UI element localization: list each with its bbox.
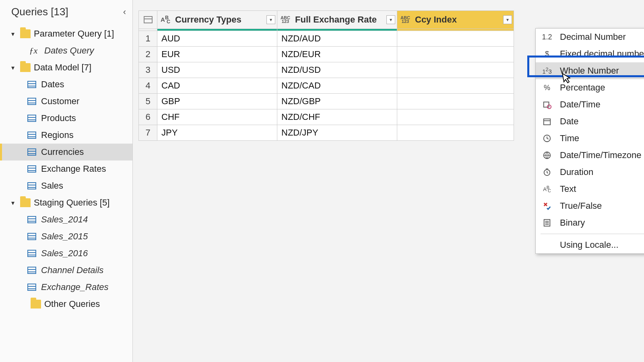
query-item-sales[interactable]: Sales — [0, 177, 132, 194]
cell[interactable]: NZD/USD — [277, 62, 397, 78]
type-icon — [541, 134, 553, 143]
type-option-binary[interactable]: Binary — [536, 214, 644, 231]
cell[interactable]: EUR — [157, 47, 277, 62]
type-option-duration[interactable]: Duration — [536, 164, 644, 181]
table-row[interactable]: 6CHFNZD/CHF — [139, 109, 514, 125]
cell[interactable]: JPY — [157, 125, 277, 141]
type-label: Duration — [560, 167, 593, 177]
query-item-exchange-rates[interactable]: Exchange Rates — [0, 160, 132, 177]
type-label: Date/Time/Timezone — [560, 150, 642, 160]
query-label: Customer — [41, 96, 79, 107]
table-row[interactable]: 1AUDNZD/AUD — [139, 31, 514, 47]
type-option-true-false[interactable]: True/False — [536, 197, 644, 214]
collapse-sidebar-button[interactable]: ‹ — [123, 7, 126, 17]
cell[interactable]: CHF — [157, 109, 277, 125]
type-option-percentage[interactable]: %Percentage — [536, 79, 644, 96]
query-item-regions[interactable]: Regions — [0, 127, 132, 144]
column-full-exchange-rate[interactable]: ABC123Full Exchange Rate▾ — [277, 11, 397, 29]
type-label: True/False — [560, 201, 602, 211]
query-label: Exchange_Rates — [41, 282, 109, 292]
query-item-dates-query[interactable]: ƒxDates Query — [0, 42, 132, 59]
query-item-currencies[interactable]: Currencies — [0, 144, 132, 160]
query-item-dates[interactable]: Dates — [0, 76, 132, 93]
folder-icon — [20, 29, 31, 38]
table-icon — [27, 115, 36, 122]
type-icon[interactable]: ABC — [160, 15, 171, 25]
table-row[interactable]: 3USDNZD/USD — [139, 62, 514, 78]
query-item-channel-details[interactable]: Channel Details — [0, 262, 132, 279]
type-option-decimal-number[interactable]: 1.2Decimal Number — [536, 29, 644, 45]
cell[interactable] — [397, 31, 514, 47]
cell[interactable]: NZD/CAD — [277, 78, 397, 94]
type-icon[interactable]: ABC123 — [280, 16, 291, 23]
fx-icon: ƒx — [27, 45, 39, 56]
type-label: Binary — [560, 218, 585, 228]
type-icon: % — [541, 84, 553, 92]
folder-label: Staging Queries [5] — [34, 197, 109, 208]
folder-other-queries[interactable]: Other Queries — [0, 296, 132, 313]
type-icon — [541, 168, 553, 177]
cell[interactable]: AUD — [157, 31, 277, 47]
cell[interactable]: NZD/AUD — [277, 31, 397, 47]
folder-label: Other Queries — [44, 299, 100, 309]
cell[interactable] — [397, 94, 514, 109]
cell[interactable] — [397, 62, 514, 78]
table-row[interactable]: 7JPYNZD/JPY — [139, 125, 514, 141]
type-label: Decimal Number — [560, 32, 626, 42]
cell[interactable]: NZD/JPY — [277, 125, 397, 141]
type-option-date[interactable]: Date — [536, 113, 644, 130]
query-item-customer[interactable]: Customer — [0, 93, 132, 110]
type-option-text[interactable]: ABCText — [536, 181, 644, 197]
type-option-whole-number[interactable]: 123Whole Number — [536, 62, 644, 79]
type-icon: 123 — [541, 67, 553, 75]
query-label: Sales_2015 — [41, 231, 88, 242]
column-currency-types[interactable]: ABCCurrency Types▾ — [157, 11, 277, 29]
table-row[interactable]: 5GBPNZD/GBP — [139, 94, 514, 109]
cell[interactable] — [397, 125, 514, 141]
cell[interactable]: NZD/EUR — [277, 47, 397, 62]
type-label: Date — [560, 116, 578, 127]
table-row[interactable]: 4CADNZD/CAD — [139, 78, 514, 94]
svg-rect-2 — [544, 119, 551, 125]
folder-staging-queries-5-[interactable]: ▾Staging Queries [5] — [0, 194, 132, 211]
filter-dropdown-button[interactable]: ▾ — [266, 15, 275, 24]
type-label: Fixed decimal number — [560, 49, 644, 59]
table-row[interactable]: 2EURNZD/EUR — [139, 47, 514, 62]
type-option-date-time[interactable]: Date/Time — [536, 96, 644, 113]
folder-parameter-query-1-[interactable]: ▾Parameter Query [1] — [0, 25, 132, 42]
row-number: 4 — [139, 78, 157, 94]
cell[interactable]: USD — [157, 62, 277, 78]
table-corner[interactable] — [139, 11, 157, 29]
using-locale-option[interactable]: Using Locale... — [536, 237, 644, 253]
filter-dropdown-button[interactable]: ▾ — [503, 15, 512, 24]
query-item-sales-2016[interactable]: Sales_2016 — [0, 245, 132, 262]
menu-separator — [541, 234, 644, 234]
query-item-sales-2015[interactable]: Sales_2015 — [0, 228, 132, 245]
table-icon — [27, 284, 36, 291]
row-number: 7 — [139, 125, 157, 141]
query-label: Sales_2014 — [41, 214, 88, 225]
main-area: ABCCurrency Types▾ABC123Full Exchange Ra… — [133, 0, 644, 362]
filter-dropdown-button[interactable]: ▾ — [386, 15, 395, 24]
type-option-fixed-decimal-number[interactable]: $Fixed decimal number — [536, 45, 644, 62]
cell[interactable] — [397, 109, 514, 125]
cell[interactable]: NZD/GBP — [277, 94, 397, 109]
query-item-products[interactable]: Products — [0, 110, 132, 127]
table-icon — [27, 250, 36, 257]
folder-data-model-7-[interactable]: ▾Data Model [7] — [0, 59, 132, 76]
cell[interactable] — [397, 78, 514, 94]
type-option-date-time-timezone[interactable]: Date/Time/Timezone — [536, 147, 644, 164]
type-option-time[interactable]: Time — [536, 130, 644, 147]
cell[interactable]: NZD/CHF — [277, 109, 397, 125]
query-item-sales-2014[interactable]: Sales_2014 — [0, 211, 132, 228]
type-icon[interactable]: ABC123 — [400, 16, 411, 23]
cell[interactable]: CAD — [157, 78, 277, 94]
type-label: Whole Number — [560, 66, 619, 76]
table-icon — [27, 148, 36, 156]
cell[interactable]: GBP — [157, 94, 277, 109]
type-icon: ABC — [541, 185, 553, 193]
column-ccy-index[interactable]: ABC123Ccy Index▾ — [397, 11, 514, 29]
table-icon — [27, 98, 36, 105]
query-item-exchange-rates[interactable]: Exchange_Rates — [0, 279, 132, 296]
cell[interactable] — [397, 47, 514, 62]
